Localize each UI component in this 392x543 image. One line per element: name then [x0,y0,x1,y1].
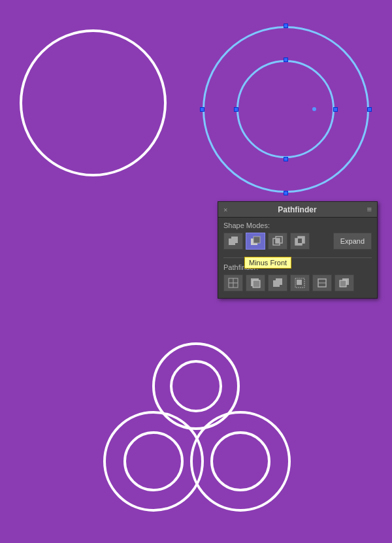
merge-button[interactable] [268,274,287,291]
panel-titlebar: × Pathfinder ≡ [218,202,377,218]
center-point [312,107,316,111]
svg-rect-15 [253,280,260,288]
pathfinder-section: Pathfinder: [218,259,377,298]
exclude-button[interactable] [290,233,310,250]
svg-rect-2 [231,239,235,243]
intersect-button[interactable] [268,233,287,250]
svg-rect-19 [297,280,302,285]
svg-rect-4 [253,237,260,243]
outline-button[interactable] [312,274,332,291]
svg-point-26 [171,361,221,411]
unite-button[interactable] [223,233,243,250]
concentric-circles-group [203,26,369,193]
svg-rect-17 [276,278,282,285]
svg-point-27 [105,412,203,510]
single-circle [20,29,167,176]
inner-handle-left [234,107,238,112]
minus-front-button[interactable] [246,233,265,250]
inner-handle-right [333,107,338,112]
panel-title: Pathfinder [278,205,316,214]
svg-point-29 [191,412,289,510]
minus-back-button[interactable] [335,274,354,291]
svg-point-28 [125,433,182,490]
pathfinder-buttons [223,274,372,291]
svg-rect-7 [276,239,280,243]
shape-modes-section: Shape Modes: [218,218,377,256]
inner-circle [237,60,335,158]
inner-handle-top [284,58,288,62]
panel-menu-icon[interactable]: ≡ [367,205,372,214]
trim-button[interactable] [246,274,265,291]
handle-right [367,107,372,112]
expand-button[interactable]: Expand [333,233,372,250]
tooltip: Minus Front [244,257,291,269]
handle-left [200,107,204,112]
handle-top [284,24,288,28]
panel-close-icon[interactable]: × [223,206,227,214]
svg-point-30 [212,433,269,490]
shape-modes-label: Shape Modes: [223,222,372,229]
inner-handle-bottom [284,157,288,161]
rings-composition [85,334,307,523]
svg-rect-24 [342,280,346,285]
shape-modes-buttons: Expand [223,233,372,250]
pathfinder-panel: × Pathfinder ≡ Shape Modes: [218,201,378,299]
crop-button[interactable] [290,274,310,291]
svg-rect-10 [298,239,302,243]
handle-bottom [284,191,288,195]
divide-button[interactable] [223,274,243,291]
